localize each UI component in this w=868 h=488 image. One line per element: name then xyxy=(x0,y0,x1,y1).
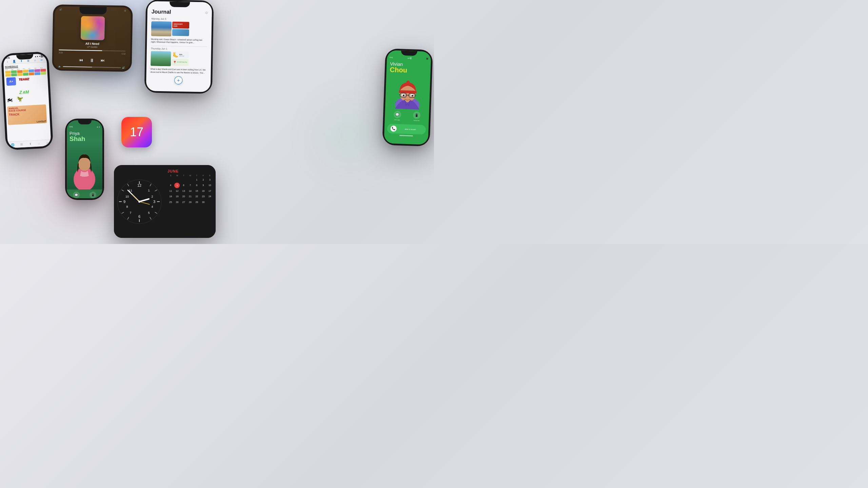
grid-icon[interactable]: ⊞ xyxy=(27,59,29,62)
pause-button[interactable]: ⏸ xyxy=(88,56,96,64)
message-icon: 💬 xyxy=(73,191,80,198)
wd-t2: T xyxy=(194,175,200,177)
vivian-action-row: 💬 Message 📱 Voicemail xyxy=(384,108,429,124)
vivian-name-area: Vivian Chou xyxy=(386,58,431,78)
home-bar xyxy=(399,135,413,136)
cal-empty xyxy=(181,177,187,182)
back-icon[interactable]: ‹ xyxy=(7,60,8,63)
tab-globe[interactable]: 🌐 xyxy=(11,143,15,147)
journal-photo-beach xyxy=(151,21,172,37)
svg-text:6: 6 xyxy=(138,215,140,219)
vivian-voicemail-action[interactable]: 📱 Voicemail xyxy=(413,111,420,122)
cal-day-9: 9 xyxy=(200,183,206,188)
album-art-image xyxy=(80,16,104,40)
phone-vivian: 9:41 ▲● ▌ ⬛ Vivian Chou xyxy=(382,48,433,147)
svg-point-1 xyxy=(78,157,91,171)
progress-bar[interactable] xyxy=(59,49,125,51)
person-icon[interactable]: 👤 xyxy=(12,60,16,63)
cal-day-26: 26 xyxy=(174,200,180,205)
star-icon[interactable]: ☆ xyxy=(34,59,36,62)
walk-steps: 9082 steps xyxy=(179,55,184,57)
priya-time: 9:41 xyxy=(70,126,73,128)
journal-beach-small xyxy=(172,29,189,36)
playback-controls: ⏮ ⏸ ⏭ xyxy=(54,56,130,65)
schedule-grid: MonTue WedThu FriSat Sun xyxy=(5,67,46,77)
cal-day-18: 18 xyxy=(167,194,174,199)
cal-day-21: 21 xyxy=(187,194,193,199)
vivian-slide-bar[interactable]: 📞 slide to answer xyxy=(387,124,426,135)
signal-icons: ▲▲ ● ▌▌ xyxy=(35,55,44,57)
vivian-memoji xyxy=(393,77,422,110)
journal-notch xyxy=(170,1,190,7)
volume-bar[interactable] xyxy=(63,66,121,68)
svg-text:7: 7 xyxy=(130,211,131,215)
phone-journal: Journal ⊙ Monday Jun 5 DISCOVERRUN xyxy=(144,0,214,94)
journal-entries: Monday Jun 5 DISCOVERRUN Morning visit, … xyxy=(146,16,212,92)
time-display: 2:23 -1:12 xyxy=(59,52,125,55)
priya-actions: 💬 Message 📱 Voicemail xyxy=(67,189,102,198)
cal-month: JUNE xyxy=(167,169,213,173)
vivian-message-action[interactable]: 💬 Message xyxy=(393,111,401,121)
journal-photo-hills xyxy=(151,51,171,66)
cal-empty xyxy=(167,177,174,182)
journal-add-button[interactable]: + xyxy=(174,76,182,84)
time-remaining: -1:12 xyxy=(121,53,125,55)
priya-voicemail-action[interactable]: 📱 Voicemail xyxy=(90,191,96,198)
vivian-voicemail-label: Voicemail xyxy=(413,120,419,122)
priya-silhouette xyxy=(69,150,100,189)
cal-day-24: 24 xyxy=(207,194,213,199)
park-label: Mt. Diablo State Park xyxy=(177,62,187,63)
music-notch xyxy=(79,6,106,14)
vivian-voicemail-icon: 📱 xyxy=(413,111,420,119)
priya-name-area: Priya Shah xyxy=(67,128,102,142)
journal-walk-badge: 🦶 Walk 9082 steps xyxy=(172,52,189,59)
filter-icon[interactable]: ⊙ xyxy=(205,11,208,15)
more-icon[interactable]: ✏ xyxy=(41,58,43,61)
sticker-dino: 🦖 xyxy=(17,96,23,102)
tab-grid[interactable]: ⊞ xyxy=(20,143,23,146)
tab-bookmark[interactable]: ☆ xyxy=(38,142,41,145)
memoji-svg xyxy=(393,77,422,110)
journal-title: Journal xyxy=(152,9,171,15)
wd-s2: S xyxy=(206,175,213,177)
music-airplay: ⊙ xyxy=(124,9,126,12)
ios17-number: 17 xyxy=(130,125,143,139)
cal-day-17: 17 xyxy=(207,188,213,194)
svg-text:3: 3 xyxy=(153,200,155,204)
vivian-slide-text: slide to answer xyxy=(398,128,422,130)
fastforward-button[interactable]: ⏭ xyxy=(101,58,105,63)
vol-min-icon: 🔈 xyxy=(58,65,61,68)
cal-empty-end xyxy=(207,200,213,205)
priya-screen: 9:41 ▲ ● Priya Shah � xyxy=(67,120,102,198)
priya-photo xyxy=(67,142,102,189)
wd-t1: T xyxy=(180,175,187,177)
time-display: 9:41 xyxy=(6,57,10,59)
cal-day-16: 16 xyxy=(200,188,206,194)
vivian-message-label: Message xyxy=(394,119,400,121)
vivian-phone-icon: 📞 xyxy=(390,125,397,132)
cal-day-7: 7 xyxy=(187,183,193,188)
progress-fill xyxy=(59,49,102,51)
voicemail-icon: 📱 xyxy=(90,191,96,198)
cal-empty xyxy=(187,177,193,182)
cal-day-22: 22 xyxy=(194,194,200,199)
vivian-signal: ▲● ▌ xyxy=(407,57,412,59)
phone-freeform: 9:41 ▲▲ ● ▌▌ ‹ 👤 ⬆ ⊞ ☆ ✏ SCHEDULE MonTue… xyxy=(1,52,54,150)
clock-face: 12 3 6 9 1 2 4 5 7 8 10 11 xyxy=(114,165,165,238)
cal-day-23: 23 xyxy=(200,194,206,199)
tab-share[interactable]: ⬆ xyxy=(29,142,32,145)
svg-point-31 xyxy=(138,201,140,203)
svg-text:12: 12 xyxy=(137,183,141,187)
tab-menu[interactable]: ≡ xyxy=(46,141,48,145)
ios17-icon[interactable]: 17 xyxy=(121,117,152,147)
freeform-screen: 9:41 ▲▲ ● ▌▌ ‹ 👤 ⬆ ⊞ ☆ ✏ SCHEDULE MonTue… xyxy=(3,54,51,148)
cal-day-8: 8 xyxy=(194,183,200,188)
journal-small-photos: DISCOVERRUN xyxy=(172,22,190,37)
priya-message-action[interactable]: 💬 Message xyxy=(73,191,80,198)
cal-day-20: 20 xyxy=(181,194,187,199)
share-icon[interactable]: ⬆ xyxy=(20,60,22,63)
sticker-teamz: TEAMZ xyxy=(18,77,29,81)
rewind-button[interactable]: ⏮ xyxy=(79,58,83,62)
album-art xyxy=(80,16,104,40)
svg-text:2: 2 xyxy=(151,195,153,198)
